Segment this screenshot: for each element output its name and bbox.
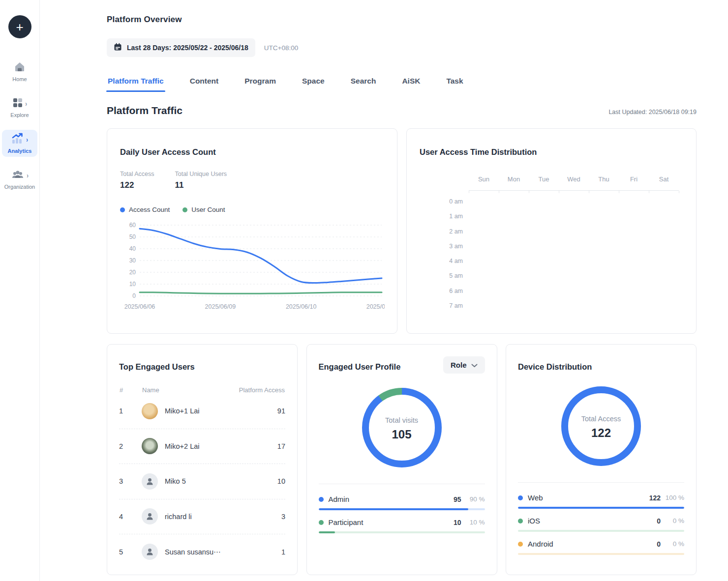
avatar bbox=[142, 403, 158, 419]
breakdown-percent: 0 % bbox=[661, 540, 684, 548]
user-rank: 5 bbox=[119, 548, 142, 556]
day-axis-line bbox=[469, 190, 679, 191]
explore-grid-icon bbox=[12, 97, 23, 110]
avatar bbox=[142, 544, 158, 560]
breakdown-percent: 0 % bbox=[661, 517, 684, 524]
table-row: 5Susan susansu⋯1 bbox=[119, 534, 285, 570]
day-label: Fri bbox=[619, 175, 649, 183]
sidebar-item-label: Explore bbox=[10, 112, 29, 118]
user-name: richard li bbox=[165, 513, 192, 521]
breakdown-row: Android00 % bbox=[518, 540, 684, 555]
top-users-table: # Name Platform Access 1Miko+1 Lai912Mik… bbox=[119, 386, 285, 570]
role-filter-dropdown[interactable]: Role bbox=[443, 356, 485, 374]
card-title: Device Distribution bbox=[518, 362, 684, 372]
tab-task[interactable]: Task bbox=[445, 77, 464, 92]
avatar bbox=[142, 438, 158, 454]
date-range-label: Last 28 Days: 2025/05/22 - 2025/06/18 bbox=[127, 44, 248, 52]
top-users-card: Top Engaged Users # Name Platform Access… bbox=[107, 344, 298, 575]
legend-label: User Count bbox=[191, 206, 225, 213]
breakdown-label: Web bbox=[528, 494, 649, 502]
tab-space[interactable]: Space bbox=[301, 77, 326, 92]
tab-aisk[interactable]: AiSK bbox=[401, 77, 421, 92]
date-range-picker[interactable]: Last 28 Days: 2025/05/22 - 2025/06/18 bbox=[107, 38, 255, 57]
day-axis-labels: SunMonTueWedThuFriSat bbox=[469, 175, 679, 183]
hour-label: 3 am bbox=[420, 243, 463, 258]
donut-center-value: 105 bbox=[392, 428, 411, 441]
donut-center-value: 122 bbox=[591, 426, 611, 440]
stat-value: 122 bbox=[120, 180, 154, 190]
legend-item: User Count bbox=[182, 206, 225, 213]
tab-content[interactable]: Content bbox=[189, 77, 220, 92]
svg-text:50: 50 bbox=[129, 233, 136, 240]
sidebar-item-label: Home bbox=[12, 76, 27, 82]
sidebar-item-label: Analytics bbox=[8, 148, 32, 154]
hour-label: 2 am bbox=[420, 228, 463, 243]
daily-access-card: Daily User Access Count Total Access 122… bbox=[107, 128, 397, 334]
tab-search[interactable]: Search bbox=[350, 77, 377, 92]
sidebar-item-analytics[interactable]: › Analytics bbox=[2, 130, 37, 157]
stat-value: 11 bbox=[175, 180, 227, 190]
sidebar-item-organization[interactable]: › Organization bbox=[2, 166, 37, 193]
day-label: Mon bbox=[499, 175, 529, 183]
create-new-button[interactable]: + bbox=[8, 15, 31, 38]
stat-label: Total Unique Users bbox=[175, 171, 227, 177]
sidebar-item-label: Organization bbox=[4, 184, 35, 190]
hour-label: 1 am bbox=[420, 213, 463, 228]
chevron-right-icon: › bbox=[25, 100, 27, 108]
legend-dot bbox=[518, 495, 523, 500]
breakdown-row: Web122100 % bbox=[518, 494, 684, 509]
day-label: Tue bbox=[529, 175, 559, 183]
chevron-right-icon: › bbox=[26, 136, 28, 144]
date-filter-row: Last 28 Days: 2025/05/22 - 2025/06/18 UT… bbox=[107, 38, 697, 57]
svg-text:60: 60 bbox=[129, 222, 136, 229]
hour-axis-labels: 0 am1 am2 am3 am4 am5 am6 am7 am bbox=[420, 198, 463, 317]
user-access-value: 10 bbox=[231, 477, 285, 485]
engaged-profile-card: Engaged User Profile Role Total visits 1… bbox=[306, 344, 497, 575]
breakdown-value: 0 bbox=[657, 517, 661, 525]
daily-access-line-chart: 01020304050602025/06/062025/06/092025/06… bbox=[120, 218, 384, 315]
breakdown-percent: 100 % bbox=[661, 494, 684, 501]
user-access-value: 17 bbox=[231, 442, 285, 450]
svg-text:40: 40 bbox=[129, 245, 136, 252]
user-name: Miko+1 Lai bbox=[165, 407, 200, 415]
sidebar: + Home › Explore bbox=[0, 0, 40, 581]
breakdown-row: Admin9590 % bbox=[319, 495, 485, 510]
donut-center-text: Total Access 122 bbox=[558, 383, 644, 471]
user-rank: 1 bbox=[119, 407, 142, 415]
breakdown-label: Admin bbox=[329, 495, 454, 503]
calendar-icon bbox=[114, 43, 122, 53]
column-rank: # bbox=[120, 386, 142, 394]
legend-dot bbox=[518, 519, 523, 523]
tab-platform-traffic[interactable]: Platform Traffic bbox=[107, 77, 165, 92]
legend-dot bbox=[518, 542, 523, 547]
timezone-label: UTC+08:00 bbox=[264, 44, 298, 52]
section-title: Platform Traffic bbox=[107, 105, 182, 116]
breakdown-label: Android bbox=[528, 540, 657, 548]
svg-text:2025/06/10: 2025/06/10 bbox=[286, 303, 317, 310]
stat-label: Total Access bbox=[120, 171, 154, 177]
analytics-chart-icon bbox=[11, 133, 24, 146]
tab-program[interactable]: Program bbox=[243, 77, 277, 92]
home-icon bbox=[14, 61, 26, 74]
stat-total-access: Total Access 122 bbox=[120, 171, 154, 190]
table-row: 3Miko 510 bbox=[119, 464, 285, 499]
user-rank: 3 bbox=[119, 477, 142, 485]
user-rank: 4 bbox=[119, 513, 142, 521]
organization-people-icon bbox=[11, 169, 25, 182]
sidebar-item-explore[interactable]: › Explore bbox=[2, 94, 37, 121]
sidebar-item-home[interactable]: Home bbox=[2, 58, 37, 85]
avatar bbox=[142, 508, 158, 524]
breakdown-bar bbox=[319, 531, 485, 533]
card-title: User Access Time Distribution bbox=[420, 147, 683, 157]
donut-center-label: Total Access bbox=[581, 415, 621, 423]
svg-text:20: 20 bbox=[129, 269, 136, 276]
column-platform-access: Platform Access bbox=[231, 386, 285, 394]
breakdown-label: Participant bbox=[329, 518, 454, 526]
breakdown-value: 10 bbox=[454, 519, 461, 526]
legend-dot bbox=[120, 207, 125, 212]
column-name: Name bbox=[142, 386, 231, 394]
device-donut-chart: Total Access 122 bbox=[558, 383, 644, 471]
day-label: Thu bbox=[589, 175, 619, 183]
svg-text:2025/06/06: 2025/06/06 bbox=[124, 303, 155, 310]
hour-label: 0 am bbox=[420, 198, 463, 213]
